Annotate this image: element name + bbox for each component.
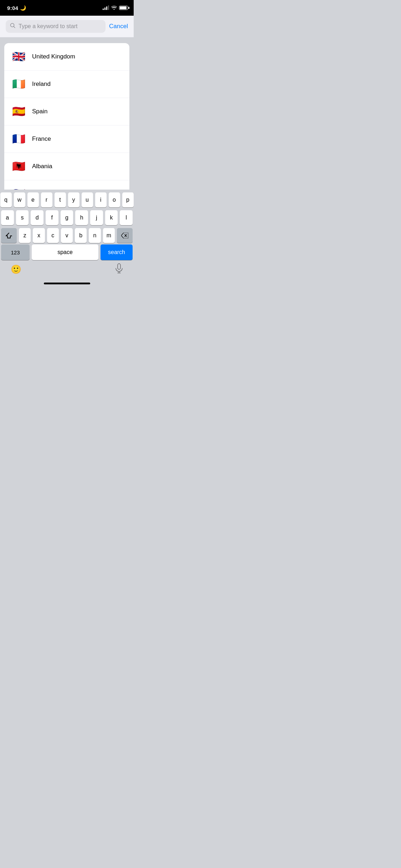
key-row-3: zxcvbnm [1,228,133,243]
moon-icon: 🌙 [20,5,26,11]
list-item[interactable]: 🇦🇱Albania [4,153,129,180]
space-key[interactable]: space [32,244,98,260]
key-v[interactable]: v [61,228,73,243]
keyboard-accessories: 🙂 [0,262,134,277]
status-bar: 9:04 🌙 [0,0,134,16]
key-t[interactable]: t [55,192,66,207]
search-icon [10,23,16,30]
key-r[interactable]: r [41,192,52,207]
status-icons [103,5,128,11]
key-i[interactable]: i [95,192,107,207]
keyboard: qwertyuiop asdfghjkl zxcvbnm 123 space s [0,190,134,289]
keyboard-rows: qwertyuiop asdfghjkl zxcvbnm [0,190,134,244]
key-q[interactable]: q [0,192,12,207]
key-o[interactable]: o [109,192,120,207]
key-f[interactable]: f [46,210,58,225]
home-bar [44,283,90,284]
shift-key[interactable] [1,228,17,243]
flag-icon: 🇫🇷 [11,131,26,147]
flag-icon: 🇪🇸 [11,104,26,119]
microphone-icon[interactable] [115,263,123,275]
key-p[interactable]: p [122,192,134,207]
key-w[interactable]: w [14,192,25,207]
country-name: United Kingdom [32,53,75,60]
wifi-icon [111,5,117,11]
flag-icon: 🇦🇱 [11,159,26,174]
status-time: 9:04 [7,5,18,11]
list-item[interactable]: 🇫🇷France [4,125,129,153]
key-s[interactable]: s [16,210,29,225]
delete-key[interactable] [117,228,133,243]
search-input[interactable] [19,23,101,30]
country-name: Ireland [32,81,51,88]
svg-line-1 [14,27,15,28]
key-e[interactable]: e [27,192,39,207]
key-l[interactable]: l [120,210,133,225]
home-indicator [0,277,134,289]
search-key[interactable]: search [101,244,133,260]
key-c[interactable]: c [47,228,59,243]
emoji-icon[interactable]: 🙂 [11,264,21,274]
search-input-wrapper[interactable] [6,20,106,33]
key-m[interactable]: m [103,228,115,243]
numbers-key[interactable]: 123 [1,244,30,260]
key-z[interactable]: z [19,228,31,243]
country-name: France [32,135,51,143]
key-d[interactable]: d [31,210,43,225]
key-a[interactable]: a [1,210,14,225]
key-n[interactable]: n [89,228,101,243]
key-x[interactable]: x [33,228,45,243]
key-k[interactable]: k [105,210,118,225]
list-item[interactable]: 🇬🇧United Kingdom [4,43,129,71]
svg-rect-4 [118,264,120,269]
key-j[interactable]: j [90,210,103,225]
key-row-2: asdfghjkl [1,210,133,225]
key-b[interactable]: b [75,228,87,243]
key-u[interactable]: u [82,192,93,207]
key-g[interactable]: g [61,210,73,225]
bottom-key-row: 123 space search [0,244,134,262]
search-area: Cancel [0,16,134,37]
battery-icon [119,6,128,10]
key-y[interactable]: y [68,192,79,207]
flag-icon: 🇮🇪 [11,76,26,92]
country-name: Spain [32,108,47,115]
flag-icon: 🇬🇧 [11,49,26,64]
country-name: Albania [32,163,52,170]
key-h[interactable]: h [75,210,88,225]
signal-bars-icon [103,6,109,10]
list-item[interactable]: 🇮🇪Ireland [4,71,129,98]
key-row-1: qwertyuiop [1,192,133,207]
status-left: 9:04 🌙 [7,5,26,11]
cancel-button[interactable]: Cancel [109,23,128,30]
list-item[interactable]: 🇪🇸Spain [4,98,129,125]
